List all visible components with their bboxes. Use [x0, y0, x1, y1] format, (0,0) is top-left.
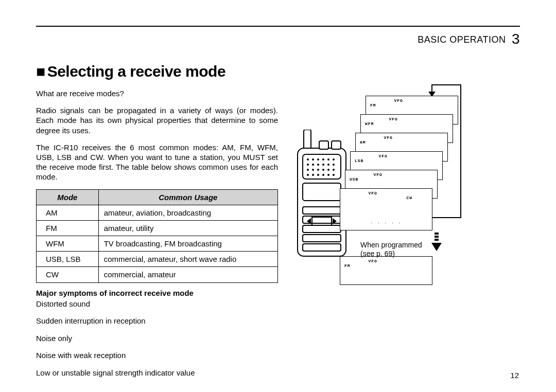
col-head-usage: Common Usage — [98, 189, 277, 205]
svg-point-27 — [327, 174, 329, 176]
svg-point-9 — [327, 158, 329, 161]
svg-point-12 — [312, 164, 314, 166]
svg-point-10 — [333, 158, 335, 161]
svg-point-24 — [312, 174, 314, 176]
svg-marker-42 — [431, 243, 442, 251]
svg-rect-39 — [435, 233, 439, 235]
svg-point-22 — [333, 169, 335, 171]
svg-point-15 — [327, 164, 329, 166]
symptom-item: Low or unstable signal strength indicato… — [36, 368, 278, 378]
col-head-mode: Mode — [37, 189, 99, 205]
svg-point-16 — [333, 164, 335, 166]
svg-point-20 — [322, 169, 324, 171]
diagram-column: VFOFM VFOWFM VFOAM VFOLSB VFOUSB VFO CW … — [293, 88, 520, 385]
table-row: AMamateur, aviation, broadcasting — [37, 205, 278, 220]
svg-point-7 — [317, 158, 319, 161]
table-row: FMamateur, utility — [37, 220, 278, 236]
svg-point-6 — [312, 158, 314, 161]
svg-rect-0 — [304, 130, 311, 149]
svg-point-14 — [322, 164, 324, 166]
svg-point-19 — [317, 169, 319, 171]
svg-rect-33 — [303, 235, 341, 242]
page-title: ■Selecting a receive mode — [36, 63, 520, 80]
modes-table: Mode Common Usage AMamateur, aviation, b… — [36, 189, 278, 283]
svg-rect-41 — [435, 239, 439, 241]
svg-point-17 — [307, 169, 309, 171]
svg-rect-40 — [435, 236, 439, 238]
symptom-item: Distorted sound — [36, 299, 278, 309]
chapter-header: BASIC OPERATION 3 — [36, 31, 520, 47]
svg-point-25 — [317, 174, 319, 176]
section-name: BASIC OPERATION — [418, 34, 506, 45]
table-row: USB, LSBcommercial, amateur, short wave … — [37, 252, 278, 267]
intro-paragraph-2: The IC-R10 receives the 6 most common mo… — [36, 142, 278, 182]
mode-screen: VFO CW . . . . . — [340, 188, 432, 230]
svg-point-23 — [307, 174, 309, 176]
intro-paragraph-1: Radio signals can be propagated in a var… — [36, 105, 278, 135]
svg-rect-32 — [303, 225, 341, 233]
chapter-number: 3 — [512, 31, 520, 47]
table-row: WFMTV broadcasting, FM broadcasting — [37, 236, 278, 252]
symptom-item: Sudden interruption in reception — [36, 316, 278, 326]
svg-point-5 — [307, 158, 309, 161]
svg-rect-3 — [332, 141, 341, 149]
svg-rect-2 — [319, 141, 328, 149]
svg-rect-34 — [303, 244, 341, 251]
svg-point-18 — [312, 169, 314, 171]
table-row: CWcommercial, amateur — [37, 267, 278, 282]
symptom-item: Noise only — [36, 333, 278, 344]
flow-line — [432, 217, 461, 218]
mode-screen-programmed: VFO FM — [340, 256, 432, 285]
svg-point-26 — [322, 174, 324, 176]
arrow-down-thick-icon — [431, 233, 442, 253]
page-number: 12 — [510, 371, 519, 380]
intro-question: What are receive modes? — [36, 88, 278, 98]
svg-point-13 — [317, 164, 319, 166]
svg-rect-29 — [303, 183, 341, 201]
body-text-column: What are receive modes? Radio signals ca… — [36, 88, 278, 385]
ellipsis-icon: . . . . . — [344, 220, 428, 224]
mode-screens-stack: VFOFM VFOWFM VFOAM VFOLSB VFOUSB VFO CW … — [366, 88, 520, 294]
svg-point-11 — [307, 164, 309, 166]
flow-line — [432, 84, 461, 85]
svg-point-21 — [327, 169, 329, 171]
symptom-item: Noise with weak reception — [36, 350, 278, 361]
svg-point-8 — [322, 158, 324, 161]
symptoms-heading: Major symptoms of incorrect receive mode — [36, 288, 278, 298]
svg-rect-30 — [303, 207, 341, 214]
svg-point-28 — [333, 174, 335, 176]
diagram-caption: When programmed (see p. 69) — [360, 241, 422, 258]
title-bullet-icon: ■ — [36, 63, 45, 80]
